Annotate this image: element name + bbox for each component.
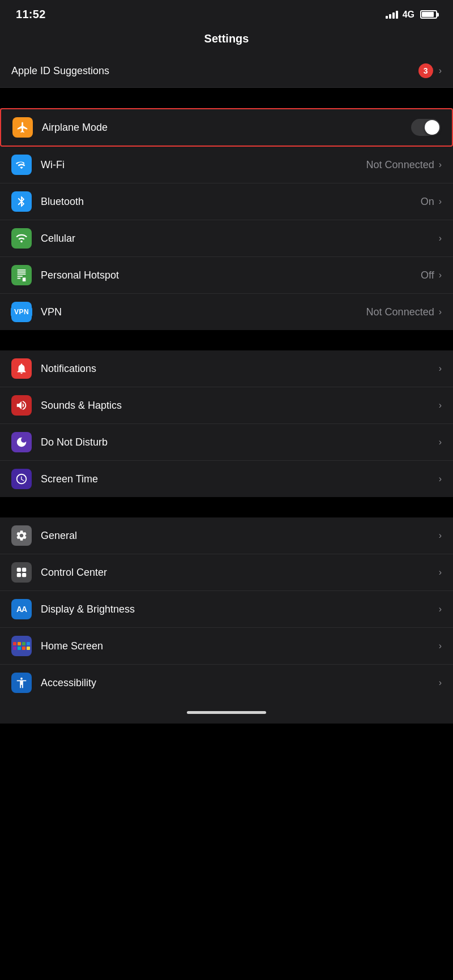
section-gap-1 (0, 88, 453, 108)
wifi-label: Wi-Fi (41, 159, 366, 171)
notifications-icon (11, 358, 32, 379)
section-display: General › Control Center › AA Display & … (0, 517, 453, 701)
settings-row-home-screen[interactable]: Home Screen › (0, 628, 453, 665)
settings-row-control-center[interactable]: Control Center › (0, 554, 453, 591)
page-title-bar: Settings (0, 27, 453, 54)
control-center-chevron-icon: › (439, 567, 442, 577)
home-bar (187, 711, 266, 714)
hotspot-label: Personal Hotspot (41, 269, 421, 281)
sounds-chevron-icon: › (439, 400, 442, 410)
home-screen-icon (11, 636, 32, 656)
status-icons: 4G (386, 10, 437, 20)
cellular-icon (11, 228, 32, 249)
hotspot-icon (11, 265, 32, 285)
settings-row-notifications[interactable]: Notifications › (0, 350, 453, 387)
settings-row-dnd[interactable]: Do Not Disturb › (0, 424, 453, 461)
screen-time-chevron-icon: › (439, 474, 442, 484)
airplane-mode-toggle[interactable] (411, 119, 441, 136)
display-label: Display & Brightness (41, 604, 439, 615)
dnd-chevron-icon: › (439, 437, 442, 447)
svg-rect-1 (22, 568, 26, 572)
settings-row-screen-time[interactable]: Screen Time › (0, 461, 453, 497)
accessibility-chevron-icon: › (439, 678, 442, 688)
vpn-chevron-icon: › (439, 307, 442, 317)
screen-time-label: Screen Time (41, 473, 439, 485)
settings-row-airplane-mode[interactable]: Airplane Mode (0, 108, 453, 147)
bluetooth-value: On (421, 196, 434, 208)
settings-row-bluetooth[interactable]: Bluetooth On › (0, 183, 453, 220)
bluetooth-label: Bluetooth (41, 196, 421, 208)
notifications-label: Notifications (41, 363, 439, 375)
settings-row-general[interactable]: General › (0, 517, 453, 554)
control-center-label: Control Center (41, 567, 439, 579)
settings-row-accessibility[interactable]: Accessibility › (0, 665, 453, 701)
settings-row-cellular[interactable]: Cellular › (0, 220, 453, 257)
page-title: Settings (204, 32, 249, 45)
bluetooth-chevron-icon: › (439, 196, 442, 207)
display-chevron-icon: › (439, 604, 442, 614)
settings-row-wifi[interactable]: Wi-Fi Not Connected › (0, 147, 453, 183)
screen-time-icon (11, 469, 32, 489)
apple-id-row[interactable]: Apple ID Suggestions 3 › (0, 54, 453, 88)
settings-row-sounds[interactable]: Sounds & Haptics › (0, 387, 453, 424)
cellular-label: Cellular (41, 233, 434, 245)
display-icon: AA (11, 599, 32, 619)
vpn-badge-label: VPN (11, 306, 32, 318)
svg-rect-2 (17, 573, 21, 577)
battery-icon (420, 10, 437, 19)
general-icon (11, 525, 32, 546)
network-type: 4G (403, 10, 414, 20)
home-screen-dots (13, 642, 30, 650)
airplane-mode-icon (12, 117, 33, 138)
home-screen-label: Home Screen (41, 640, 439, 652)
dnd-label: Do Not Disturb (41, 436, 439, 448)
apple-id-badge: 3 (418, 63, 433, 78)
wifi-icon (11, 155, 32, 175)
control-center-icon (11, 562, 32, 583)
dnd-icon (11, 432, 32, 452)
svg-rect-0 (17, 568, 21, 572)
sounds-icon (11, 395, 32, 416)
wifi-value: Not Connected (366, 159, 434, 171)
section-gap-3 (0, 497, 453, 517)
hotspot-chevron-icon: › (439, 270, 442, 280)
apple-id-label: Apple ID Suggestions (11, 65, 109, 77)
general-chevron-icon: › (439, 530, 442, 541)
cellular-chevron-icon: › (439, 233, 442, 243)
settings-row-display[interactable]: AA Display & Brightness › (0, 591, 453, 628)
airplane-mode-label: Airplane Mode (42, 122, 411, 134)
signal-bars-icon (386, 11, 398, 19)
home-screen-chevron-icon: › (439, 641, 442, 651)
vpn-label: VPN (41, 306, 366, 318)
wifi-chevron-icon: › (439, 160, 442, 170)
accessibility-icon (11, 673, 32, 693)
accessibility-label: Accessibility (41, 677, 439, 689)
vpn-icon: VPN (11, 302, 32, 322)
notifications-chevron-icon: › (439, 363, 442, 374)
bluetooth-icon (11, 191, 32, 212)
svg-rect-3 (22, 573, 26, 577)
hotspot-value: Off (421, 269, 434, 281)
display-aa-text: AA (16, 605, 27, 614)
settings-row-hotspot[interactable]: Personal Hotspot Off › (0, 257, 453, 294)
settings-row-vpn[interactable]: VPN VPN Not Connected › (0, 294, 453, 330)
status-time: 11:52 (16, 8, 46, 21)
status-bar: 11:52 4G (0, 0, 453, 27)
section-connectivity: Airplane Mode Wi-Fi Not Connected › Blue… (0, 108, 453, 330)
vpn-value: Not Connected (366, 306, 434, 318)
general-label: General (41, 530, 439, 542)
home-indicator (0, 701, 453, 724)
section-gap-2 (0, 330, 453, 350)
section-system: Notifications › Sounds & Haptics › Do No… (0, 350, 453, 497)
sounds-label: Sounds & Haptics (41, 400, 439, 412)
apple-id-chevron-icon: › (439, 66, 442, 76)
